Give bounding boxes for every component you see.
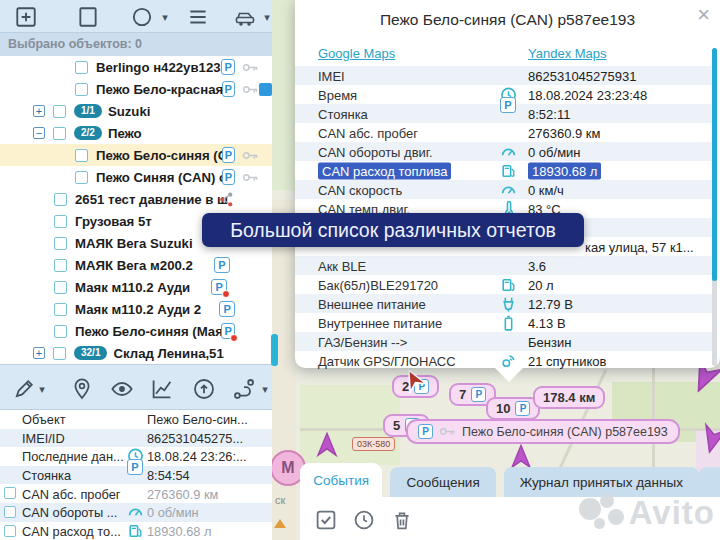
- send-track-icon[interactable]: [192, 377, 216, 401]
- vehicle-map-tooltip[interactable]: PПежо Бело-синяя (CAN) p587ee193: [406, 419, 680, 444]
- popup-row: Бак(65л)BLE29172020 л: [295, 275, 712, 294]
- tree-item[interactable]: Пежо Бело-синяя (CP: [0, 144, 272, 166]
- list-view-icon[interactable]: [186, 5, 210, 29]
- tree-checkbox[interactable]: [53, 127, 66, 140]
- convoy-car-icon[interactable]: [233, 5, 257, 29]
- tree-checkbox[interactable]: [54, 259, 67, 272]
- selected-objects-header: Выбрано объектов: 0: [0, 33, 272, 56]
- map-parking-badge[interactable]: 178.4 км: [533, 386, 605, 409]
- time-filter-icon[interactable]: [352, 508, 376, 532]
- parking-icon: P: [471, 387, 486, 402]
- expand-toggle-icon[interactable]: −: [33, 127, 45, 139]
- tree-checkbox[interactable]: [75, 61, 88, 74]
- close-icon[interactable]: ×: [697, 4, 710, 26]
- tree-checkbox[interactable]: [54, 281, 67, 294]
- dropdown-icon[interactable]: ▾: [36, 377, 48, 401]
- tree-checkbox[interactable]: [75, 171, 88, 184]
- add-object-icon[interactable]: [14, 5, 38, 29]
- route-icon[interactable]: [232, 377, 256, 401]
- popup-row-value: кая улица, 57 к1...: [585, 239, 694, 254]
- geofence-circle-icon[interactable]: [130, 5, 154, 29]
- expand-toggle-icon[interactable]: +: [33, 105, 45, 117]
- popup-row-label: Акк BLE: [318, 258, 366, 273]
- selected-label: CAN расход топлива: [318, 162, 451, 179]
- count-badge: 32/1: [74, 346, 107, 360]
- popup-scrollbar[interactable]: [712, 48, 717, 366]
- tree-scrollbar-thumb[interactable]: [271, 334, 278, 366]
- dropdown-icon[interactable]: ▾: [261, 5, 273, 29]
- tree-checkbox[interactable]: [54, 325, 67, 338]
- tab-События[interactable]: События: [300, 463, 382, 497]
- tree-checkbox[interactable]: [54, 303, 67, 316]
- error-dot-icon: [222, 290, 230, 298]
- tree-item[interactable]: 2651 тест давление в ш: [0, 188, 272, 210]
- expand-toggle-icon[interactable]: +: [33, 347, 45, 359]
- badge-count: 10: [496, 401, 510, 416]
- tree-item[interactable]: +1/1Suzuki: [0, 100, 272, 122]
- info-row-checkbox[interactable]: [4, 506, 16, 518]
- tree-item[interactable]: +32/1Склад Ленина,51: [0, 342, 272, 364]
- popup-row: IMEI862531045275931: [295, 66, 712, 85]
- map-poi-icon: [274, 519, 286, 528]
- popup-row-label: Внутреннее питание: [318, 315, 442, 330]
- parking-icon: P: [500, 97, 516, 113]
- tree-item[interactable]: Пежо Бело-синяя (МаяP: [0, 320, 272, 342]
- info-row-value: 18.08.24 23:26:...: [147, 449, 247, 464]
- tree-checkbox[interactable]: [54, 215, 67, 228]
- tree-item[interactable]: Пежо Бело-краснаяP: [0, 78, 272, 100]
- tab-more[interactable]: [699, 467, 720, 497]
- popup-title: Пежо Бело-синяя (CAN) p587ee193: [295, 0, 720, 29]
- tree-item[interactable]: МАЯК Вега м200.2P: [0, 254, 272, 276]
- popup-row-label: Бак(65л)BLE291720: [318, 277, 438, 292]
- location-pin-icon[interactable]: [70, 377, 94, 401]
- popup-row-value: 21 спутников: [528, 353, 606, 368]
- eye-icon[interactable]: [110, 377, 134, 401]
- status-square-icon: [259, 83, 272, 96]
- tree-item-label: Склад Ленина,51: [113, 346, 272, 361]
- tree-item[interactable]: Маяк м110.2 Ауди 2P: [0, 298, 272, 320]
- tree-item[interactable]: Berlingo н422ув123P: [0, 56, 272, 78]
- fuel-icon: [500, 276, 517, 293]
- badge-count: 7: [459, 387, 466, 402]
- popup-row-label: IMEI: [318, 68, 345, 83]
- info-row-checkbox[interactable]: [4, 487, 16, 499]
- popup-row-label: CAN обороты двиг.: [318, 144, 433, 159]
- tree-checkbox[interactable]: [53, 347, 66, 360]
- chart-icon[interactable]: [150, 377, 174, 401]
- edit-pencil-icon[interactable]: [12, 377, 36, 401]
- google-maps-link[interactable]: Google Maps: [318, 46, 395, 61]
- tree-checkbox[interactable]: [54, 193, 67, 206]
- tree-item[interactable]: Маяк м110.2 АудиP: [0, 276, 272, 298]
- tab-Журнал принятых данных[interactable]: Журнал принятых данных: [504, 467, 699, 497]
- tree-checkbox[interactable]: [54, 237, 67, 250]
- parking-icon: P: [221, 59, 235, 75]
- key-icon: [242, 169, 259, 186]
- popup-row-value: 862531045275931: [528, 68, 636, 83]
- tab-Сообщения[interactable]: Сообщения: [390, 467, 495, 497]
- info-row-label: CAN расход то...: [22, 523, 121, 538]
- tree-checkbox[interactable]: [75, 149, 88, 162]
- popup-row-value: 18930.68 л: [528, 163, 601, 178]
- tree-item[interactable]: −2/2Пежо: [0, 122, 272, 144]
- tree-item[interactable]: Пежо Синяя (CAN) сP: [0, 166, 272, 188]
- shape-icon[interactable]: [76, 5, 100, 29]
- satellite-icon: [500, 352, 517, 369]
- popup-row-label: CAN абс. пробег: [318, 125, 418, 140]
- object-actions-toolbar: ▾▾: [0, 364, 272, 410]
- parking-icon: P: [219, 301, 235, 317]
- yandex-maps-link[interactable]: Yandex Maps: [528, 46, 607, 61]
- dropdown-icon[interactable]: ▾: [259, 377, 271, 401]
- tree-checkbox[interactable]: [75, 83, 88, 96]
- popup-row-label: Внешнее питание: [318, 296, 426, 311]
- plug-icon: [500, 295, 517, 312]
- objects-panel: ▾▾ Выбрано объектов: 0 Berlingo н422ув12…: [0, 0, 272, 540]
- tree-item-label: Пежо: [108, 126, 200, 141]
- dropdown-icon[interactable]: ▾: [159, 5, 171, 29]
- map-road: [652, 368, 655, 468]
- info-row-checkbox[interactable]: [4, 525, 16, 537]
- popup-scrollbar-thumb[interactable]: [712, 48, 717, 281]
- tree-checkbox[interactable]: [53, 105, 66, 118]
- select-all-icon[interactable]: [314, 508, 338, 532]
- info-row-label: Объект: [22, 412, 66, 427]
- delete-icon[interactable]: [390, 508, 414, 532]
